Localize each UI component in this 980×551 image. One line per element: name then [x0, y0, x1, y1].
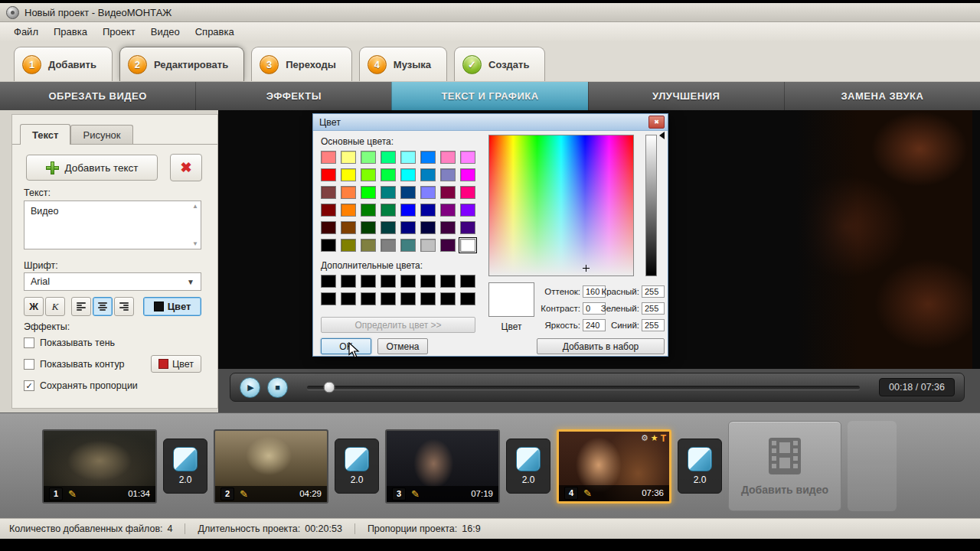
cancel-button[interactable]: Отмена — [377, 338, 428, 354]
subtab-3[interactable]: ТЕКСТ И ГРАФИКА — [391, 82, 587, 110]
color-swatch[interactable] — [420, 239, 436, 252]
custom-color-swatch[interactable] — [361, 292, 376, 305]
contour-color-button[interactable]: Цвет — [151, 355, 201, 373]
menu-item-3[interactable]: Проект — [95, 24, 143, 40]
define-custom-colors-button[interactable]: Определить цвет >> — [321, 317, 475, 333]
luminance-arrow-icon[interactable] — [659, 132, 665, 139]
custom-color-swatch[interactable] — [381, 275, 396, 288]
color-swatch[interactable] — [460, 221, 475, 234]
italic-button[interactable]: К — [45, 297, 65, 316]
text-input[interactable]: Видео ▲ ▼ — [24, 201, 201, 249]
custom-color-swatch[interactable] — [460, 292, 475, 305]
color-swatch[interactable] — [341, 186, 356, 199]
color-swatch[interactable] — [321, 204, 336, 217]
color-swatch[interactable] — [321, 151, 336, 164]
menu-item-2[interactable]: Правка — [46, 24, 95, 40]
checkbox[interactable] — [24, 337, 34, 348]
menu-item-5[interactable]: Справка — [188, 24, 242, 40]
dialog-title-bar[interactable]: Цвет ✖ — [313, 114, 668, 131]
timeline-clip-3[interactable]: 3✎07:19 — [385, 429, 500, 504]
color-swatch[interactable] — [460, 186, 475, 199]
color-swatch[interactable] — [381, 204, 396, 217]
custom-color-swatch[interactable] — [440, 292, 456, 305]
color-swatch[interactable] — [440, 204, 456, 217]
custom-color-swatch[interactable] — [321, 292, 336, 305]
color-swatch[interactable] — [440, 221, 456, 234]
timeline-clip-4[interactable]: ⚙★T4✎07:36 — [557, 429, 671, 504]
delete-text-button[interactable]: ✖ — [170, 154, 202, 181]
color-swatch[interactable] — [361, 239, 376, 252]
bold-button[interactable]: Ж — [24, 297, 44, 316]
color-swatch[interactable] — [400, 221, 416, 234]
timeline-clip-1[interactable]: 1✎01:34 — [42, 429, 157, 504]
timeline-clip-2[interactable]: 2✎04:29 — [214, 429, 328, 504]
field-value-input[interactable]: 255 — [642, 285, 665, 298]
custom-color-swatch[interactable] — [381, 292, 396, 305]
dialog-close-button[interactable]: ✖ — [648, 116, 665, 129]
color-swatch[interactable] — [420, 221, 436, 234]
menu-item-1[interactable]: Файл — [6, 24, 46, 40]
align-left-button[interactable] — [71, 297, 91, 316]
checkbox[interactable] — [24, 359, 34, 370]
color-swatch[interactable] — [440, 186, 456, 199]
scroll-down-icon[interactable]: ▼ — [192, 240, 198, 247]
color-swatch[interactable] — [381, 151, 396, 164]
font-select[interactable]: Arial ▼ — [24, 272, 201, 291]
color-swatch[interactable] — [460, 204, 475, 217]
scroll-up-icon[interactable]: ▲ — [192, 203, 198, 210]
color-swatch[interactable] — [321, 168, 336, 181]
transition-block-4[interactable]: 2.0 — [678, 439, 722, 494]
add-text-button[interactable]: Добавить текст — [26, 155, 158, 181]
edit-pencil-icon[interactable]: ✎ — [68, 489, 77, 499]
subtab-1[interactable]: ОБРЕЗАТЬ ВИДЕО — [0, 82, 195, 110]
color-swatch[interactable] — [361, 168, 376, 181]
color-swatch[interactable] — [321, 186, 336, 199]
custom-color-swatch[interactable] — [400, 292, 416, 305]
panel-tab-picture[interactable]: Рисунок — [70, 125, 132, 144]
custom-color-swatch[interactable] — [341, 292, 356, 305]
color-swatch[interactable] — [420, 186, 436, 199]
align-right-button[interactable] — [114, 297, 134, 316]
color-swatch[interactable] — [361, 204, 376, 217]
step-tab-music[interactable]: 4Музыка — [359, 47, 447, 81]
color-swatch[interactable] — [420, 168, 436, 181]
color-swatch[interactable] — [361, 186, 376, 199]
edit-pencil-icon[interactable]: ✎ — [240, 489, 248, 499]
seek-slider[interactable] — [307, 386, 860, 390]
color-swatch[interactable] — [420, 151, 436, 164]
stop-button[interactable]: ■ — [267, 377, 288, 398]
color-swatch[interactable] — [400, 186, 416, 199]
custom-color-swatch[interactable] — [420, 292, 436, 305]
custom-color-swatch[interactable] — [341, 275, 356, 288]
color-swatch[interactable] — [341, 168, 356, 181]
color-swatch[interactable] — [381, 186, 396, 199]
color-swatch[interactable] — [381, 239, 396, 252]
step-tab-transitions[interactable]: 3Переходы — [251, 47, 352, 81]
checkbox[interactable]: ✓ — [24, 380, 34, 391]
hue-saturation-field[interactable] — [488, 135, 634, 276]
subtab-4[interactable]: УЛУЧШЕНИЯ — [588, 82, 784, 110]
color-swatch[interactable] — [381, 168, 396, 181]
color-swatch[interactable] — [440, 151, 456, 164]
add-to-custom-colors-button[interactable]: Добавить в набор — [537, 338, 665, 354]
color-swatch[interactable] — [321, 221, 336, 234]
color-swatch[interactable] — [341, 151, 356, 164]
color-swatch[interactable] — [400, 204, 416, 217]
custom-color-swatch[interactable] — [400, 275, 416, 288]
color-swatch[interactable] — [460, 239, 475, 252]
custom-color-swatch[interactable] — [440, 275, 456, 288]
edit-pencil-icon[interactable]: ✎ — [583, 488, 592, 498]
menu-item-4[interactable]: Видео — [143, 24, 188, 40]
transition-block-2[interactable]: 2.0 — [335, 439, 379, 494]
color-swatch[interactable] — [341, 239, 356, 252]
step-tab-create[interactable]: ✓Создать — [454, 47, 545, 81]
step-tab-edit[interactable]: 2Редактировать — [119, 47, 244, 81]
custom-color-swatch[interactable] — [321, 275, 336, 288]
text-color-button[interactable]: Цвет — [143, 297, 201, 316]
field-value-input[interactable]: 255 — [642, 319, 665, 331]
transition-block-1[interactable]: 2.0 — [163, 439, 207, 494]
color-swatch[interactable] — [460, 168, 475, 181]
luminance-bar[interactable] — [645, 135, 657, 276]
step-tab-add[interactable]: 1Добавить — [14, 47, 113, 81]
color-swatch[interactable] — [460, 151, 475, 164]
